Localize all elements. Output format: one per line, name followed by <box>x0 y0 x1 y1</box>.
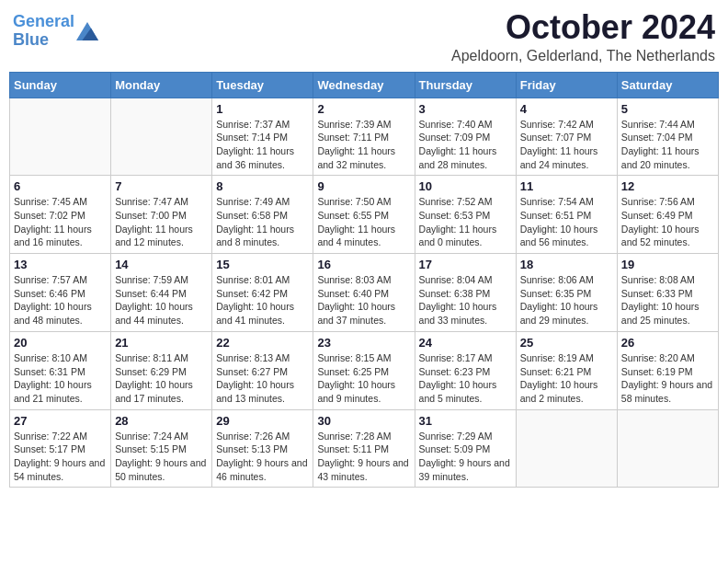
calendar-cell: 24Sunrise: 8:17 AM Sunset: 6:23 PM Dayli… <box>415 331 516 409</box>
calendar-cell: 15Sunrise: 8:01 AM Sunset: 6:42 PM Dayli… <box>212 254 313 332</box>
calendar-cell: 13Sunrise: 7:57 AM Sunset: 6:46 PM Dayli… <box>10 254 111 332</box>
calendar-week-row: 27Sunrise: 7:22 AM Sunset: 5:17 PM Dayli… <box>10 409 719 488</box>
day-info: Sunrise: 8:10 AM Sunset: 6:31 PM Dayligh… <box>14 351 107 406</box>
day-number: 12 <box>621 179 714 193</box>
calendar-cell: 21Sunrise: 8:11 AM Sunset: 6:29 PM Dayli… <box>111 331 212 409</box>
calendar-cell: 20Sunrise: 8:10 AM Sunset: 6:31 PM Dayli… <box>10 331 111 409</box>
calendar-cell: 14Sunrise: 7:59 AM Sunset: 6:44 PM Dayli… <box>111 254 212 332</box>
day-info: Sunrise: 8:08 AM Sunset: 6:33 PM Dayligh… <box>621 273 714 327</box>
day-number: 17 <box>419 258 512 271</box>
calendar-week-row: 13Sunrise: 7:57 AM Sunset: 6:46 PM Dayli… <box>10 254 719 332</box>
day-number: 24 <box>419 336 512 350</box>
calendar-cell: 12Sunrise: 7:56 AM Sunset: 6:49 PM Dayli… <box>617 176 718 254</box>
day-info: Sunrise: 7:49 AM Sunset: 6:58 PM Dayligh… <box>216 195 309 249</box>
calendar-cell: 7Sunrise: 7:47 AM Sunset: 7:00 PM Daylig… <box>111 176 212 254</box>
day-number: 22 <box>216 336 309 350</box>
day-number: 31 <box>419 414 512 428</box>
title-block: October 2024 Apeldoorn, Gelderland, The … <box>451 9 715 64</box>
day-number: 7 <box>115 179 208 193</box>
weekday-header: Saturday <box>617 72 718 98</box>
day-info: Sunrise: 8:19 AM Sunset: 6:21 PM Dayligh… <box>520 351 613 406</box>
calendar-cell <box>617 409 718 488</box>
day-number: 16 <box>317 258 410 271</box>
logo-line2: Blue <box>13 30 49 49</box>
logo-text: General Blue <box>13 13 74 50</box>
day-number: 30 <box>317 414 410 428</box>
calendar-week-row: 6Sunrise: 7:45 AM Sunset: 7:02 PM Daylig… <box>10 176 719 254</box>
day-info: Sunrise: 7:39 AM Sunset: 7:11 PM Dayligh… <box>317 118 410 172</box>
calendar-cell: 6Sunrise: 7:45 AM Sunset: 7:02 PM Daylig… <box>10 176 111 254</box>
day-info: Sunrise: 8:03 AM Sunset: 6:40 PM Dayligh… <box>317 273 410 327</box>
day-info: Sunrise: 8:01 AM Sunset: 6:42 PM Dayligh… <box>216 273 309 327</box>
logo: General Blue <box>13 13 98 50</box>
day-number: 26 <box>621 336 714 350</box>
day-info: Sunrise: 8:20 AM Sunset: 6:19 PM Dayligh… <box>621 351 714 406</box>
day-number: 9 <box>317 179 410 193</box>
day-info: Sunrise: 7:56 AM Sunset: 6:49 PM Dayligh… <box>621 195 714 249</box>
day-info: Sunrise: 7:52 AM Sunset: 6:53 PM Dayligh… <box>419 195 512 249</box>
day-info: Sunrise: 8:15 AM Sunset: 6:25 PM Dayligh… <box>317 351 410 406</box>
weekday-header: Sunday <box>10 72 111 98</box>
day-number: 5 <box>621 102 714 116</box>
calendar-cell: 27Sunrise: 7:22 AM Sunset: 5:17 PM Dayli… <box>10 409 111 488</box>
weekday-header: Wednesday <box>313 72 415 98</box>
calendar-cell: 26Sunrise: 8:20 AM Sunset: 6:19 PM Dayli… <box>617 331 718 409</box>
day-number: 27 <box>14 414 107 428</box>
calendar-cell <box>10 98 111 176</box>
day-info: Sunrise: 7:26 AM Sunset: 5:13 PM Dayligh… <box>216 430 309 484</box>
calendar-cell: 31Sunrise: 7:29 AM Sunset: 5:09 PM Dayli… <box>415 409 516 488</box>
calendar-week-row: 20Sunrise: 8:10 AM Sunset: 6:31 PM Dayli… <box>10 331 719 409</box>
day-number: 4 <box>520 102 613 116</box>
day-number: 11 <box>520 179 613 193</box>
calendar-cell: 18Sunrise: 8:06 AM Sunset: 6:35 PM Dayli… <box>516 254 617 332</box>
day-info: Sunrise: 7:59 AM Sunset: 6:44 PM Dayligh… <box>115 273 208 327</box>
day-number: 19 <box>621 258 714 271</box>
logo-icon <box>76 22 98 40</box>
calendar-cell: 28Sunrise: 7:24 AM Sunset: 5:15 PM Dayli… <box>111 409 212 488</box>
calendar-cell: 22Sunrise: 8:13 AM Sunset: 6:27 PM Dayli… <box>212 331 313 409</box>
calendar-cell <box>111 98 212 176</box>
calendar-cell: 11Sunrise: 7:54 AM Sunset: 6:51 PM Dayli… <box>516 176 617 254</box>
calendar-cell: 17Sunrise: 8:04 AM Sunset: 6:38 PM Dayli… <box>415 254 516 332</box>
calendar-cell: 8Sunrise: 7:49 AM Sunset: 6:58 PM Daylig… <box>212 176 313 254</box>
day-number: 8 <box>216 179 309 193</box>
calendar-cell: 10Sunrise: 7:52 AM Sunset: 6:53 PM Dayli… <box>415 176 516 254</box>
day-number: 29 <box>216 414 309 428</box>
day-info: Sunrise: 7:22 AM Sunset: 5:17 PM Dayligh… <box>14 430 107 484</box>
day-info: Sunrise: 7:45 AM Sunset: 7:02 PM Dayligh… <box>14 195 107 249</box>
weekday-header-row: SundayMondayTuesdayWednesdayThursdayFrid… <box>10 72 719 98</box>
calendar-cell: 9Sunrise: 7:50 AM Sunset: 6:55 PM Daylig… <box>313 176 415 254</box>
calendar-cell: 5Sunrise: 7:44 AM Sunset: 7:04 PM Daylig… <box>617 98 718 176</box>
weekday-header: Monday <box>111 72 212 98</box>
day-number: 25 <box>520 336 613 350</box>
weekday-header: Thursday <box>415 72 516 98</box>
weekday-header: Friday <box>516 72 617 98</box>
day-number: 20 <box>14 336 107 350</box>
weekday-header: Tuesday <box>212 72 313 98</box>
location: Apeldoorn, Gelderland, The Netherlands <box>451 48 715 64</box>
day-number: 10 <box>419 179 512 193</box>
day-number: 21 <box>115 336 208 350</box>
month-title: October 2024 <box>451 9 715 46</box>
day-number: 28 <box>115 414 208 428</box>
day-info: Sunrise: 7:47 AM Sunset: 7:00 PM Dayligh… <box>115 195 208 249</box>
calendar-week-row: 1Sunrise: 7:37 AM Sunset: 7:14 PM Daylig… <box>10 98 719 176</box>
day-info: Sunrise: 7:37 AM Sunset: 7:14 PM Dayligh… <box>216 118 309 172</box>
day-info: Sunrise: 7:24 AM Sunset: 5:15 PM Dayligh… <box>115 430 208 484</box>
day-info: Sunrise: 7:57 AM Sunset: 6:46 PM Dayligh… <box>14 273 107 327</box>
day-number: 13 <box>14 258 107 271</box>
day-number: 1 <box>216 102 309 116</box>
logo-line1: General <box>13 12 74 30</box>
day-info: Sunrise: 7:50 AM Sunset: 6:55 PM Dayligh… <box>317 195 410 249</box>
calendar-cell: 16Sunrise: 8:03 AM Sunset: 6:40 PM Dayli… <box>313 254 415 332</box>
calendar-cell: 25Sunrise: 8:19 AM Sunset: 6:21 PM Dayli… <box>516 331 617 409</box>
day-info: Sunrise: 8:17 AM Sunset: 6:23 PM Dayligh… <box>419 351 512 406</box>
day-info: Sunrise: 7:54 AM Sunset: 6:51 PM Dayligh… <box>520 195 613 249</box>
day-info: Sunrise: 8:04 AM Sunset: 6:38 PM Dayligh… <box>419 273 512 327</box>
day-info: Sunrise: 7:40 AM Sunset: 7:09 PM Dayligh… <box>419 118 512 172</box>
calendar-cell: 29Sunrise: 7:26 AM Sunset: 5:13 PM Dayli… <box>212 409 313 488</box>
calendar-cell: 23Sunrise: 8:15 AM Sunset: 6:25 PM Dayli… <box>313 331 415 409</box>
day-number: 2 <box>317 102 410 116</box>
calendar-cell: 4Sunrise: 7:42 AM Sunset: 7:07 PM Daylig… <box>516 98 617 176</box>
calendar-cell: 1Sunrise: 7:37 AM Sunset: 7:14 PM Daylig… <box>212 98 313 176</box>
